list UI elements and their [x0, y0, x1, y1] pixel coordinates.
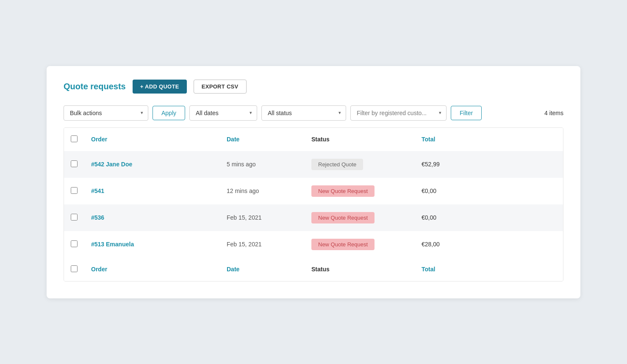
table-row: #542 Jane Doe 5 mins ago Rejected Quote …: [64, 151, 563, 178]
row-total: €0,00: [415, 178, 563, 204]
row-date: 5 mins ago: [220, 151, 305, 178]
header-date[interactable]: Date: [220, 128, 305, 151]
order-link[interactable]: #536: [91, 214, 104, 221]
order-link[interactable]: #542 Jane Doe: [91, 161, 132, 168]
filters-bar: Bulk actions Delete Mark as read ▾ Apply…: [64, 105, 563, 121]
footer-order[interactable]: Order: [84, 258, 220, 281]
customer-filter-input[interactable]: [350, 105, 447, 121]
row-total: €28,00: [415, 231, 563, 258]
add-quote-button[interactable]: + ADD QUOTE: [133, 80, 187, 94]
row-checkbox[interactable]: [71, 214, 78, 221]
status-select[interactable]: All status New Quote Request Rejected Qu…: [261, 105, 346, 121]
bulk-actions-wrapper: Bulk actions Delete Mark as read ▾: [64, 105, 148, 121]
table-body: #542 Jane Doe 5 mins ago Rejected Quote …: [64, 151, 563, 258]
row-date: Feb 15, 2021: [220, 231, 305, 258]
page-title: Quote requests: [64, 82, 126, 91]
row-status: Rejected Quote: [305, 151, 415, 178]
status-badge: New Quote Request: [311, 185, 375, 197]
footer-date[interactable]: Date: [220, 258, 305, 281]
main-container: Quote requests + ADD QUOTE EXPORT CSV Bu…: [47, 66, 580, 298]
footer-checkbox-cell: [64, 258, 84, 281]
export-csv-button[interactable]: EXPORT CSV: [194, 80, 247, 94]
order-sort-link[interactable]: Order: [91, 136, 107, 143]
dates-select[interactable]: All dates Today This week This month: [189, 105, 257, 121]
row-status: New Quote Request: [305, 231, 415, 258]
row-date: Feb 15, 2021: [220, 204, 305, 231]
quotes-table-wrapper: Order Date Status Total: [64, 127, 563, 281]
row-checkbox[interactable]: [71, 240, 78, 247]
row-checkbox-cell: [64, 178, 84, 204]
row-order[interactable]: #513 Emanuela: [84, 231, 220, 258]
dates-wrapper: All dates Today This week This month ▾: [189, 105, 257, 121]
header-total[interactable]: Total: [415, 128, 563, 151]
row-order[interactable]: #536: [84, 204, 220, 231]
row-total: €0,00: [415, 204, 563, 231]
status-wrapper: All status New Quote Request Rejected Qu…: [261, 105, 346, 121]
table-row: #536 Feb 15, 2021 New Quote Request €0,0…: [64, 204, 563, 231]
header-order[interactable]: Order: [84, 128, 220, 151]
row-status: New Quote Request: [305, 204, 415, 231]
bulk-actions-select[interactable]: Bulk actions Delete Mark as read: [64, 105, 148, 121]
row-total: €52,99: [415, 151, 563, 178]
row-checkbox[interactable]: [71, 187, 78, 194]
header-status: Status: [305, 128, 415, 151]
row-order[interactable]: #541: [84, 178, 220, 204]
row-date: 12 mins ago: [220, 178, 305, 204]
row-checkbox-cell: [64, 151, 84, 178]
customer-filter-wrapper: ▾: [350, 105, 447, 121]
status-badge: New Quote Request: [311, 212, 375, 223]
row-checkbox[interactable]: [71, 160, 78, 167]
total-sort-link[interactable]: Total: [422, 136, 435, 143]
order-link[interactable]: #541: [91, 188, 104, 194]
row-checkbox-cell: [64, 231, 84, 258]
status-badge: New Quote Request: [311, 239, 375, 250]
filter-button[interactable]: Filter: [451, 106, 482, 120]
date-sort-link[interactable]: Date: [227, 136, 239, 143]
table-header-row: Order Date Status Total: [64, 128, 563, 151]
table-footer-row: Order Date Status Total: [64, 258, 563, 281]
table-row: #513 Emanuela Feb 15, 2021 New Quote Req…: [64, 231, 563, 258]
apply-button[interactable]: Apply: [153, 106, 185, 120]
row-status: New Quote Request: [305, 178, 415, 204]
footer-order-link[interactable]: Order: [91, 266, 107, 273]
table-row: #541 12 mins ago New Quote Request €0,00: [64, 178, 563, 204]
footer-status: Status: [305, 258, 415, 281]
footer-total[interactable]: Total: [415, 258, 563, 281]
footer-select-all-checkbox[interactable]: [71, 265, 78, 272]
footer-total-link[interactable]: Total: [422, 266, 435, 273]
status-badge: Rejected Quote: [311, 159, 363, 170]
row-order[interactable]: #542 Jane Doe: [84, 151, 220, 178]
select-all-checkbox[interactable]: [71, 135, 78, 142]
row-checkbox-cell: [64, 204, 84, 231]
footer-date-link[interactable]: Date: [227, 266, 239, 273]
page-header: Quote requests + ADD QUOTE EXPORT CSV: [64, 80, 563, 94]
quotes-table: Order Date Status Total: [64, 128, 563, 281]
items-count: 4 items: [544, 110, 563, 116]
order-link[interactable]: #513 Emanuela: [91, 241, 134, 248]
header-checkbox-cell: [64, 128, 84, 151]
